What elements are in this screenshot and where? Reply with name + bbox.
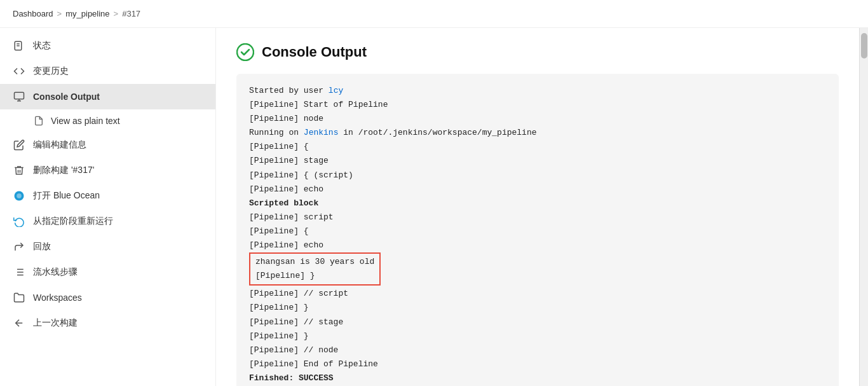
- replay-icon: [13, 240, 25, 253]
- sidebar-label-blue-ocean: 打开 Blue Ocean: [33, 190, 100, 202]
- refresh-icon: [13, 215, 25, 228]
- scrollbar-thumb[interactable]: [861, 33, 867, 59]
- main-content: Console Output Started by user lcy[Pipel…: [216, 28, 859, 386]
- breadcrumb-sep-1: >: [57, 9, 62, 18]
- sidebar-item-console[interactable]: Console Output: [0, 84, 215, 109]
- console-line: [Pipeline] stage: [249, 154, 826, 168]
- breadcrumb: Dashboard > my_pipeline > #317: [0, 0, 868, 28]
- trash-icon: [13, 164, 25, 177]
- breadcrumb-build: #317: [122, 9, 140, 18]
- sidebar-item-edit-build[interactable]: 编辑构建信息: [0, 132, 215, 158]
- edit-icon: [13, 139, 25, 151]
- file-icon: [13, 39, 25, 52]
- sidebar-label-edit-build: 编辑构建信息: [33, 139, 86, 151]
- console-line: Scripted block: [249, 196, 826, 210]
- page-title: Console Output: [262, 44, 367, 60]
- sidebar: 状态 变更历史 Console Output: [0, 28, 216, 386]
- console-line: [Pipeline] }: [255, 269, 374, 283]
- sidebar-item-plain-text[interactable]: View as plain text: [0, 109, 215, 132]
- console-line: [Pipeline] End of Pipeline: [249, 357, 826, 371]
- breadcrumb-pipeline[interactable]: my_pipeline: [65, 9, 109, 18]
- sidebar-label-changes: 变更历史: [33, 65, 69, 77]
- console-line: [Pipeline] Start of Pipeline: [249, 98, 826, 112]
- sidebar-item-status[interactable]: 状态: [0, 33, 215, 59]
- sidebar-label-replay: 回放: [33, 241, 51, 252]
- breadcrumb-sep-2: >: [114, 9, 119, 18]
- highlight-block: zhangsan is 30 years old[Pipeline] }: [249, 252, 381, 286]
- console-line: Running on Jenkins in /root/.jenkins/wor…: [249, 126, 826, 140]
- blue-ocean-icon: [13, 190, 25, 202]
- svg-point-15: [237, 44, 254, 60]
- scrollbar-right[interactable]: [859, 28, 868, 386]
- sidebar-item-prev-build[interactable]: 上一次构建: [0, 310, 215, 336]
- sidebar-item-replay[interactable]: 回放: [0, 234, 215, 259]
- console-line: [Pipeline] script: [249, 210, 826, 224]
- sidebar-label-prev-build: 上一次构建: [33, 317, 78, 329]
- sidebar-item-restart-stage[interactable]: 从指定阶段重新运行: [0, 209, 215, 234]
- console-line: [Pipeline] // stage: [249, 315, 826, 329]
- console-line: [Pipeline] // script: [249, 287, 826, 301]
- breadcrumb-dashboard[interactable]: Dashboard: [13, 9, 53, 18]
- sidebar-label-plain-text: View as plain text: [51, 116, 120, 126]
- doc-icon: [33, 115, 44, 127]
- arrow-left-icon: [13, 317, 25, 329]
- console-line: [Pipeline] // node: [249, 343, 826, 357]
- sidebar-item-pipeline-steps[interactable]: 流水线步骤: [0, 259, 215, 285]
- terminal-icon: [13, 90, 25, 103]
- console-line: [Pipeline] {: [249, 140, 826, 154]
- sidebar-label-pipeline-steps: 流水线步骤: [33, 266, 78, 278]
- success-check-icon: [236, 43, 254, 61]
- console-output-box: Started by user lcy[Pipeline] Start of P…: [236, 74, 839, 386]
- console-line: [Pipeline] { (script): [249, 169, 826, 183]
- console-line: Finished: SUCCESS: [249, 371, 826, 385]
- sidebar-item-delete-build[interactable]: 删除构建 '#317': [0, 158, 215, 183]
- folder-icon: [13, 291, 25, 304]
- page-header: Console Output: [236, 43, 839, 61]
- sidebar-item-blue-ocean[interactable]: 打开 Blue Ocean: [0, 183, 215, 209]
- console-line: [Pipeline] }: [249, 301, 826, 315]
- sidebar-label-status: 状态: [33, 40, 51, 52]
- code-icon: [13, 65, 25, 78]
- svg-point-7: [17, 193, 22, 198]
- console-line: Started by user lcy: [249, 84, 826, 98]
- console-line: [Pipeline] node: [249, 112, 826, 126]
- console-line: [Pipeline] echo: [249, 183, 826, 196]
- sidebar-label-restart-stage: 从指定阶段重新运行: [33, 216, 113, 227]
- steps-icon: [13, 266, 25, 279]
- sidebar-label-delete-build: 删除构建 '#317': [33, 165, 94, 176]
- console-line: [Pipeline] echo: [249, 238, 826, 252]
- console-line: [Pipeline] {: [249, 224, 826, 238]
- sidebar-label-console: Console Output: [33, 92, 100, 102]
- sidebar-item-workspaces[interactable]: Workspaces: [0, 285, 215, 310]
- sidebar-label-workspaces: Workspaces: [33, 293, 82, 303]
- console-line: zhangsan is 30 years old: [255, 255, 374, 269]
- svg-rect-3: [15, 92, 24, 99]
- sidebar-item-changes[interactable]: 变更历史: [0, 59, 215, 84]
- console-line: [Pipeline] }: [249, 329, 826, 343]
